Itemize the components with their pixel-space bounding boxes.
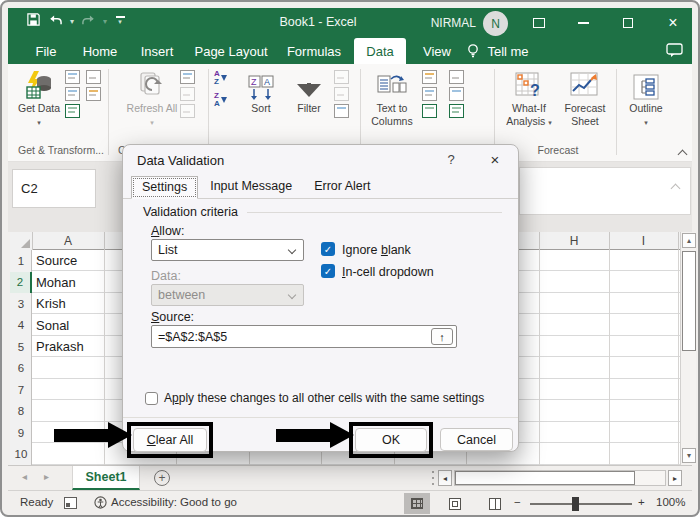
row-header-5[interactable]: 5 (10, 336, 32, 358)
vertical-scroll-thumb[interactable] (682, 251, 696, 351)
horizontal-scrollbar[interactable] (454, 470, 666, 486)
page-break-view-button[interactable] (482, 493, 508, 514)
formula-bar-expand-icon[interactable] (671, 182, 680, 191)
consolidate-icon[interactable] (449, 70, 464, 118)
collapse-dialog-button[interactable]: ↑ (431, 328, 453, 345)
recent-sources-icon[interactable] (86, 70, 101, 101)
sort-za-icon[interactable]: ZA (214, 92, 227, 108)
tab-view[interactable]: View (412, 38, 462, 64)
page-layout-view-button[interactable] (442, 493, 468, 514)
from-text-csv-icon[interactable] (65, 70, 80, 118)
new-sheet-button[interactable]: + (154, 470, 170, 486)
cell-a4[interactable]: Sonal (36, 315, 106, 337)
undo-icon[interactable] (48, 13, 63, 31)
minimize-button[interactable] (566, 8, 600, 38)
zoom-slider-thumb[interactable] (572, 497, 579, 511)
accessibility-status[interactable]: Accessibility: Good to go (111, 496, 237, 508)
select-all-corner[interactable] (10, 232, 32, 250)
tab-page-layout[interactable]: Page Layout (188, 38, 274, 64)
zoom-level[interactable]: 100% (656, 496, 685, 508)
in-cell-dropdown-checkbox[interactable]: ✓ (321, 264, 335, 278)
row-header-2[interactable]: 2 (10, 272, 32, 294)
cell-a1[interactable]: Source (36, 250, 106, 272)
column-header-a[interactable]: A (32, 232, 104, 250)
vertical-scrollbar[interactable]: ▴ ▾ (680, 232, 696, 465)
zoom-in-button[interactable]: + (638, 496, 645, 508)
zoom-slider[interactable] (530, 503, 632, 505)
ok-button[interactable]: OK (355, 428, 427, 452)
tab-file[interactable]: File (24, 38, 68, 64)
filter-button[interactable]: Filter (288, 68, 330, 115)
tab-formulas[interactable]: Formulas (278, 38, 350, 64)
row-header-1[interactable]: 1 (10, 250, 32, 272)
flash-fill-icon[interactable] (422, 70, 437, 118)
cancel-button[interactable]: Cancel (440, 428, 513, 451)
apply-changes-label[interactable]: Apply these changes to all other cells w… (164, 391, 484, 405)
normal-view-button[interactable] (404, 493, 430, 514)
row-header-9[interactable]: 9 (10, 422, 32, 444)
source-input[interactable]: =$A$2:$A$5 ↑ (151, 325, 457, 348)
tab-home[interactable]: Home (74, 38, 126, 64)
filter-tools-icons[interactable] (334, 70, 349, 118)
tab-error-alert[interactable]: Error Alert (304, 176, 380, 199)
tab-input-message[interactable]: Input Message (200, 176, 302, 199)
save-icon[interactable] (26, 12, 41, 31)
dialog-close-button[interactable]: × (483, 148, 507, 170)
tell-me-box[interactable]: Tell me (482, 38, 534, 64)
sheet-tab-sheet1[interactable]: Sheet1 (72, 466, 140, 490)
what-if-analysis-button[interactable]: ? What-If Analysis ▾ (502, 68, 556, 129)
macro-record-icon[interactable] (64, 497, 77, 509)
account-name[interactable]: NIRMAL (420, 16, 476, 30)
close-button[interactable]: × (656, 8, 690, 38)
ribbon-display-options-button[interactable] (522, 8, 556, 38)
row-header-4[interactable]: 4 (10, 315, 32, 337)
row-header-8[interactable]: 8 (10, 401, 32, 423)
row-header-3[interactable]: 3 (10, 293, 32, 315)
get-data-button[interactable]: Get Data ▾ (16, 68, 62, 129)
scroll-down-button[interactable]: ▾ (682, 448, 696, 463)
cell-a3[interactable]: Krish (36, 293, 106, 315)
row-header-7[interactable]: 7 (10, 379, 32, 401)
row-header-10[interactable]: 10 (10, 444, 32, 466)
cell-a5[interactable]: Prakash (36, 336, 106, 358)
outline-button[interactable]: Outline▾ (622, 68, 670, 129)
allow-dropdown[interactable]: List (151, 239, 304, 261)
maximize-button[interactable] (611, 8, 645, 38)
comments-icon[interactable] (666, 43, 684, 61)
row-header-6[interactable]: 6 (10, 358, 32, 380)
tab-splitter-handle[interactable] (432, 471, 435, 485)
tab-data[interactable]: Data (354, 38, 406, 64)
ignore-blank-checkbox[interactable]: ✓ (321, 242, 335, 256)
scroll-right-button[interactable]: ▸ (668, 470, 682, 486)
column-header-h[interactable]: H (539, 232, 609, 250)
name-box[interactable]: C2 (12, 169, 96, 208)
sort-az-icon[interactable]: AZ (214, 70, 227, 86)
apply-changes-checkbox[interactable] (145, 392, 158, 405)
scroll-up-button[interactable]: ▴ (682, 233, 696, 248)
collapse-ribbon-icon[interactable] (678, 148, 688, 158)
avatar[interactable]: N (483, 11, 508, 36)
column-header-i[interactable]: I (609, 232, 678, 250)
tab-settings[interactable]: Settings (131, 176, 198, 199)
redo-dropdown-icon[interactable]: ▾ (103, 17, 107, 26)
tab-insert[interactable]: Insert (132, 38, 182, 64)
queries-connections-icons[interactable] (180, 70, 195, 118)
clear-all-button[interactable]: Clear All (133, 428, 207, 452)
ignore-blank-label[interactable]: Ignore blank (342, 243, 411, 257)
horizontal-scroll-thumb[interactable] (455, 471, 635, 485)
forecast-sheet-button[interactable]: Forecast Sheet (560, 68, 610, 128)
previous-sheet-icon[interactable]: ◂ (22, 471, 27, 482)
help-button[interactable]: ? (443, 152, 459, 167)
redo-icon[interactable] (81, 13, 96, 31)
in-cell-dropdown-label[interactable]: In-cell dropdown (342, 265, 434, 279)
text-to-columns-button[interactable]: Text to Columns (366, 68, 418, 128)
sort-button[interactable]: ZA Sort (240, 68, 282, 115)
cell-a2[interactable]: Mohan (36, 272, 106, 294)
undo-dropdown-icon[interactable]: ▾ (70, 17, 74, 26)
customize-qat-icon[interactable]: ▾ (114, 16, 126, 28)
zoom-out-button[interactable]: − (514, 496, 521, 508)
formula-bar[interactable] (519, 167, 691, 215)
next-sheet-icon[interactable]: ▸ (44, 471, 49, 482)
refresh-all-button[interactable]: Refresh All ▾ (126, 68, 178, 129)
scroll-left-button[interactable]: ◂ (438, 470, 452, 486)
